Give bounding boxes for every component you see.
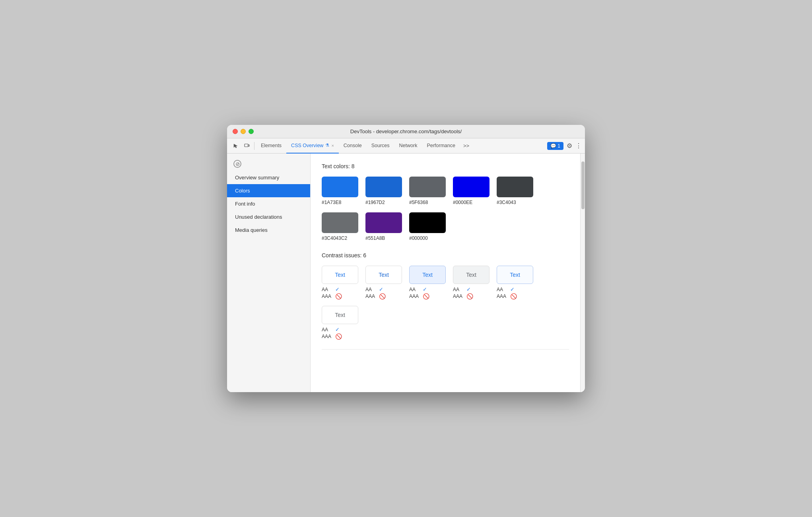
rating-aaa-2: AAA 🚫 — [409, 293, 429, 299]
contrast-grid: Text AA ✓ AAA 🚫 — [322, 266, 569, 299]
color-swatch-5[interactable] — [322, 212, 358, 233]
tab-network[interactable]: Network — [394, 138, 422, 154]
no-icon-2: 🚫 — [423, 293, 429, 299]
color-swatch-1[interactable] — [365, 177, 402, 197]
bottom-divider — [322, 349, 569, 350]
color-label-7: #000000 — [409, 235, 428, 241]
rating-aa-1: AA ✓ — [365, 286, 386, 292]
scrollbar-track[interactable] — [580, 154, 585, 392]
no-icon-3: 🚫 — [466, 293, 473, 299]
no-icon-0: 🚫 — [335, 293, 342, 299]
contrast-issues-title: Contrast issues: 6 — [322, 252, 569, 258]
check-icon-1: ✓ — [379, 286, 383, 292]
contrast-box-1[interactable]: Text — [365, 266, 402, 284]
no-icon-5: 🚫 — [335, 333, 342, 340]
toolbar: Elements CSS Overview ⚗ × Console Source… — [227, 138, 585, 154]
rating-aaa-1: AAA 🚫 — [365, 293, 386, 299]
color-item-0: #1A73E8 — [322, 177, 358, 205]
check-icon-0: ✓ — [335, 286, 340, 292]
color-swatch-6[interactable] — [365, 212, 402, 233]
sidebar-item-font-info[interactable]: Font info — [227, 197, 310, 210]
content-wrap: Text colors: 8 #1A73E8 #1967D2 — [311, 154, 585, 392]
contrast-ratings-2: AA ✓ AAA 🚫 — [409, 286, 429, 299]
chat-icon: 💬 — [550, 143, 556, 149]
color-item-6: #551A8B — [365, 212, 402, 241]
check-icon-3: ✓ — [466, 286, 471, 292]
color-label-2: #5F6368 — [409, 200, 428, 205]
color-label-5: #3C4043C2 — [322, 235, 347, 241]
contrast-item-0: Text AA ✓ AAA 🚫 — [322, 266, 358, 299]
chat-button[interactable]: 💬 1 — [547, 142, 563, 150]
rating-aa-0: AA ✓ — [322, 286, 342, 292]
tab-css-overview[interactable]: CSS Overview ⚗ × — [286, 138, 339, 154]
check-icon-5: ✓ — [335, 327, 340, 332]
tab-sources[interactable]: Sources — [367, 138, 394, 154]
rating-aaa-0: AAA 🚫 — [322, 293, 342, 299]
contrast-ratings-1: AA ✓ AAA 🚫 — [365, 286, 386, 299]
contrast-ratings-4: AA ✓ AAA 🚫 — [497, 286, 517, 299]
contrast-grid-row2: Text AA ✓ AAA 🚫 — [322, 306, 569, 340]
contrast-box-3[interactable]: Text — [453, 266, 490, 284]
sidebar-item-unused-declarations[interactable]: Unused declarations — [227, 210, 310, 224]
sidebar-item-overview[interactable]: Overview summary — [227, 171, 310, 184]
color-swatch-4[interactable] — [497, 177, 533, 197]
contrast-item-2: Text AA ✓ AAA 🚫 — [409, 266, 446, 299]
color-item-3: #0000EE — [453, 177, 490, 205]
color-label-1: #1967D2 — [365, 200, 385, 205]
traffic-lights — [233, 129, 254, 134]
main-area: ⊘ Overview summary Colors Font info Unus… — [227, 154, 585, 392]
device-icon[interactable] — [241, 140, 253, 152]
close-tab-icon[interactable]: × — [331, 143, 334, 148]
devtools-window: DevTools - developer.chrome.com/tags/dev… — [227, 125, 585, 392]
svg-rect-1 — [248, 145, 249, 146]
contrast-box-5[interactable]: Text — [322, 306, 358, 324]
color-swatch-2[interactable] — [409, 177, 446, 197]
minimize-button[interactable] — [241, 129, 246, 134]
tab-console[interactable]: Console — [339, 138, 367, 154]
no-icon-1: 🚫 — [379, 293, 386, 299]
rating-aa-5: AA ✓ — [322, 327, 342, 332]
contrast-box-4[interactable]: Text — [497, 266, 533, 284]
menu-icon[interactable]: ⋮ — [575, 142, 582, 150]
rating-aa-3: AA ✓ — [453, 286, 473, 292]
settings-icon[interactable]: ⚙ — [567, 142, 572, 150]
more-tabs-button[interactable]: >> — [460, 143, 472, 149]
contrast-ratings-5: AA ✓ AAA 🚫 — [322, 327, 342, 340]
check-icon-4: ✓ — [510, 286, 515, 292]
color-grid: #1A73E8 #1967D2 #5F6368 #0000EE — [322, 177, 569, 241]
svg-rect-0 — [245, 144, 248, 147]
text-colors-section: Text colors: 8 #1A73E8 #1967D2 — [322, 163, 569, 241]
close-button[interactable] — [233, 129, 238, 134]
check-icon-2: ✓ — [423, 286, 427, 292]
color-label-4: #3C4043 — [497, 200, 516, 205]
cursor-icon[interactable] — [230, 140, 241, 152]
flask-icon: ⚗ — [325, 143, 329, 148]
sidebar-item-media-queries[interactable]: Media queries — [227, 224, 310, 237]
contrast-ratings-3: AA ✓ AAA 🚫 — [453, 286, 473, 299]
color-label-6: #551A8B — [365, 235, 385, 241]
rating-aaa-3: AAA 🚫 — [453, 293, 473, 299]
block-icon-area: ⊘ — [227, 157, 310, 171]
text-colors-title: Text colors: 8 — [322, 163, 569, 169]
color-item-1: #1967D2 — [365, 177, 402, 205]
contrast-item-5: Text AA ✓ AAA 🚫 — [322, 306, 358, 340]
contrast-item-4: Text AA ✓ AAA 🚫 — [497, 266, 533, 299]
color-item-4: #3C4043 — [497, 177, 533, 205]
no-entry-icon: ⊘ — [233, 160, 241, 168]
maximize-button[interactable] — [249, 129, 254, 134]
color-swatch-0[interactable] — [322, 177, 358, 197]
color-swatch-3[interactable] — [453, 177, 490, 197]
scrollbar-thumb[interactable] — [581, 161, 585, 209]
contrast-box-2[interactable]: Text — [409, 266, 446, 284]
rating-aaa-5: AAA 🚫 — [322, 333, 342, 340]
sidebar-item-colors[interactable]: Colors — [227, 184, 310, 197]
tab-performance[interactable]: Performance — [422, 138, 460, 154]
rating-aa-4: AA ✓ — [497, 286, 517, 292]
toolbar-right: 💬 1 ⚙ ⋮ — [547, 142, 582, 150]
contrast-item-1: Text AA ✓ AAA 🚫 — [365, 266, 402, 299]
sidebar: ⊘ Overview summary Colors Font info Unus… — [227, 154, 311, 392]
tab-elements[interactable]: Elements — [256, 138, 286, 154]
contrast-box-0[interactable]: Text — [322, 266, 358, 284]
color-swatch-7[interactable] — [409, 212, 446, 233]
no-icon-4: 🚫 — [510, 293, 517, 299]
